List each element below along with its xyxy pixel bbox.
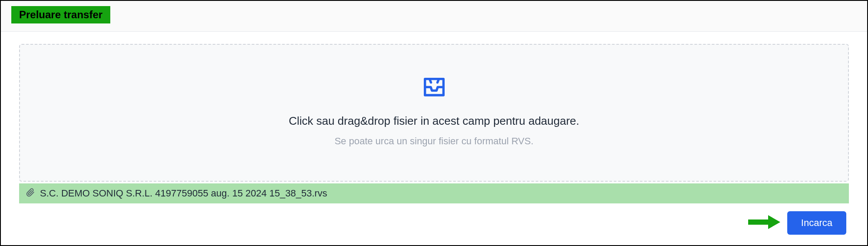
- upload-button[interactable]: Incarca: [787, 211, 846, 235]
- inbox-icon: [420, 74, 448, 104]
- content-area: Click sau drag&drop fisier in acest camp…: [1, 32, 867, 245]
- attachment-icon: [26, 188, 35, 199]
- page-title: Preluare transfer: [11, 6, 110, 23]
- svg-marker-1: [768, 215, 780, 229]
- app-frame: Preluare transfer Click sau drag&drop fi…: [0, 0, 868, 246]
- uploaded-file-row[interactable]: S.C. DEMO SONIQ S.R.L. 4197759055 aug. 1…: [19, 183, 849, 203]
- footer-row: Incarca: [19, 211, 849, 235]
- file-dropzone[interactable]: Click sau drag&drop fisier in acest camp…: [19, 44, 849, 182]
- uploaded-file-name: S.C. DEMO SONIQ S.R.L. 4197759055 aug. 1…: [40, 188, 327, 199]
- svg-rect-0: [748, 219, 768, 225]
- header-bar: Preluare transfer: [1, 1, 867, 32]
- dropzone-main-text: Click sau drag&drop fisier in acest camp…: [289, 114, 579, 128]
- arrow-right-icon: [747, 214, 781, 232]
- dropzone-sub-text: Se poate urca un singur fisier cu format…: [334, 136, 533, 147]
